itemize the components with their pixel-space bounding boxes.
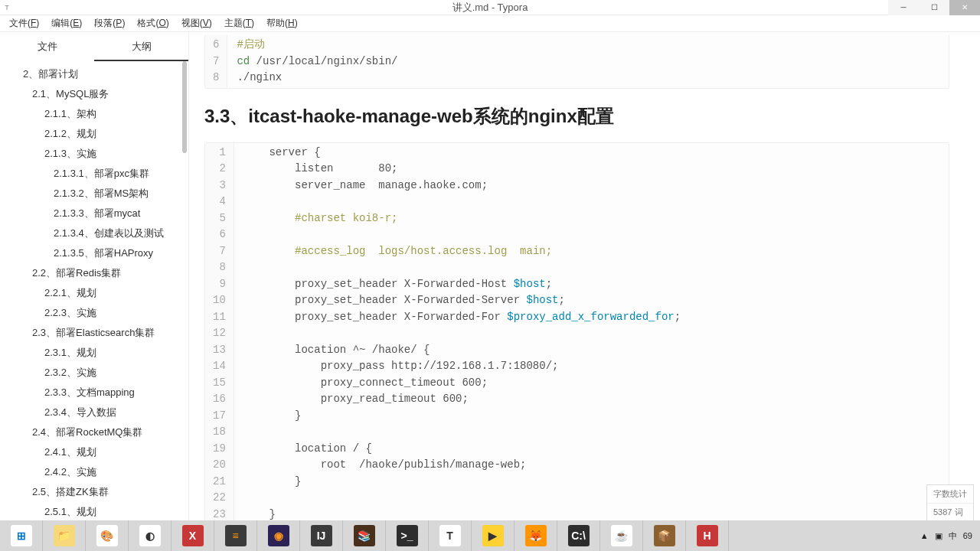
menubar: 文件(F)编辑(E)段落(P)格式(O)视图(V)主题(T)帮助(H) xyxy=(0,15,980,32)
taskbar: ⊞📁🎨◐X≡◉IJ📚>_T▶🦊C:\☕📦H▲▣中69 xyxy=(0,520,980,551)
taskbar-eclipse[interactable]: ◉ xyxy=(257,520,300,551)
app-icon: T xyxy=(0,4,14,11)
taskbar-terminal[interactable]: >_ xyxy=(386,520,429,551)
outline-item[interactable]: 2.3.1、规划 xyxy=(0,343,188,363)
outline-item[interactable]: 2.1.3.1、部署pxc集群 xyxy=(0,164,188,184)
outline-item[interactable]: 2.3.3、文档mapping xyxy=(0,383,188,403)
outline-item[interactable]: 2.2.1、规划 xyxy=(0,283,188,303)
outline-list[interactable]: 2、部署计划2.1、MySQL服务2.1.1、架构2.1.2、规划2.1.3、实… xyxy=(0,61,188,551)
outline-item[interactable]: 2.5.1、规划 xyxy=(0,502,188,522)
menu-h[interactable]: 帮助(H) xyxy=(260,15,304,31)
outline-item[interactable]: 2.2.3、实施 xyxy=(0,303,188,323)
editor-area[interactable]: 678 #启动cd /usr/local/nginx/sbin/./nginx … xyxy=(189,32,980,551)
minimize-button[interactable]: ─ xyxy=(888,0,919,15)
tab-outline[interactable]: 大纲 xyxy=(94,32,188,61)
scrollbar-thumb[interactable] xyxy=(182,61,187,153)
taskbar-java[interactable]: ☕ xyxy=(600,520,643,551)
system-tray[interactable]: ▲▣中69 xyxy=(913,520,980,551)
section-heading[interactable]: 3.3、itcast-haoke-manage-web系统的nginx配置 xyxy=(204,104,949,129)
menu-e[interactable]: 编辑(E) xyxy=(45,15,88,31)
outline-item[interactable]: 2.1.3.4、创建表以及测试 xyxy=(0,223,188,243)
taskbar-hbuilder[interactable]: H xyxy=(686,520,729,551)
titlebar: T 讲义.md - Typora ─ ☐ ✕ xyxy=(0,0,980,15)
code-block-main[interactable]: 1234567891011121314151617181920212223 se… xyxy=(204,142,949,526)
taskbar-chrome[interactable]: ◐ xyxy=(129,520,172,551)
taskbar-firefox[interactable]: 🦊 xyxy=(514,520,557,551)
taskbar-idea[interactable]: IJ xyxy=(300,520,343,551)
close-button[interactable]: ✕ xyxy=(949,0,980,15)
main-area: 文件 大纲 2、部署计划2.1、MySQL服务2.1.1、架构2.1.2、规划2… xyxy=(0,32,980,551)
window-controls: ─ ☐ ✕ xyxy=(888,0,980,15)
taskbar-sublime[interactable]: ≡ xyxy=(214,520,257,551)
code-block-top[interactable]: 678 #启动cd /usr/local/nginx/sbin/./nginx xyxy=(204,35,949,89)
outline-item[interactable]: 2.1.3.3、部署mycat xyxy=(0,204,188,223)
ime-indicator[interactable]: 中 xyxy=(946,530,960,542)
outline-item[interactable]: 2.4.1、规划 xyxy=(0,442,188,462)
sidebar-tabs: 文件 大纲 xyxy=(0,32,188,61)
taskbar-winrar[interactable]: 📚 xyxy=(343,520,386,551)
outline-item[interactable]: 2.3、部署Elasticsearch集群 xyxy=(0,323,188,343)
menu-f[interactable]: 文件(F) xyxy=(3,15,45,31)
outline-item[interactable]: 2.3.2、实施 xyxy=(0,363,188,383)
menu-o[interactable]: 格式(O) xyxy=(131,15,175,31)
taskbar-typora[interactable]: T xyxy=(429,520,472,551)
taskbar-xshell[interactable]: X xyxy=(172,520,214,551)
taskbar-paint[interactable]: 🎨 xyxy=(86,520,129,551)
outline-item[interactable]: 2.1.1、架构 xyxy=(0,104,188,124)
tab-files[interactable]: 文件 xyxy=(0,32,94,61)
outline-item[interactable]: 2.1、MySQL服务 xyxy=(0,84,188,104)
outline-item[interactable]: 2.3.4、导入数据 xyxy=(0,403,188,422)
menu-p[interactable]: 段落(P) xyxy=(88,15,131,31)
outline-item[interactable]: 2.1.3.5、部署HAProxy xyxy=(0,243,188,263)
outline-item[interactable]: 2.1.3.2、部署MS架构 xyxy=(0,184,188,204)
stats-label: 字数统计 xyxy=(927,485,973,504)
stats-words: 5387 词 xyxy=(927,504,973,521)
outline-item[interactable]: 2.4、部署RocketMQ集群 xyxy=(0,422,188,442)
sidebar: 文件 大纲 2、部署计划2.1、MySQL服务2.1.1、架构2.1.2、规划2… xyxy=(0,32,189,551)
outline-item[interactable]: 2.2、部署Redis集群 xyxy=(0,263,188,283)
taskbar-start[interactable]: ⊞ xyxy=(0,520,43,551)
menu-v[interactable]: 视图(V) xyxy=(175,15,218,31)
window-title: 讲义.md - Typora xyxy=(452,1,528,15)
outline-item[interactable]: 2.4.2、实施 xyxy=(0,462,188,482)
stats-panel[interactable]: 字数统计 5387 词 xyxy=(926,484,974,522)
outline-item[interactable]: 2、部署计划 xyxy=(0,64,188,84)
outline-item[interactable]: 2.1.2、规划 xyxy=(0,124,188,144)
outline-item[interactable]: 2.1.3、实施 xyxy=(0,144,188,164)
taskbar-zip[interactable]: 📦 xyxy=(643,520,686,551)
taskbar-potplayer[interactable]: ▶ xyxy=(472,520,514,551)
maximize-button[interactable]: ☐ xyxy=(919,0,949,15)
menu-t[interactable]: 主题(T) xyxy=(218,15,260,31)
outline-item[interactable]: 2.5、搭建ZK集群 xyxy=(0,482,188,502)
taskbar-explorer[interactable]: 📁 xyxy=(43,520,86,551)
taskbar-cmd[interactable]: C:\ xyxy=(557,520,600,551)
